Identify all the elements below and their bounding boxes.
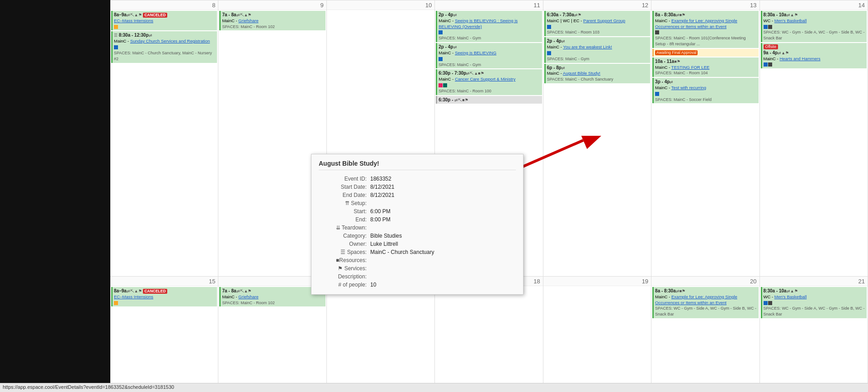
- day-col-16: 16 7a - 8a⇌⛏▲⚑ MainC - Griefshare SPACES…: [218, 277, 326, 383]
- event-offsite-14[interactable]: Offsite 9a - 4p⇌▲⚑ MainC - Hearts and Ha…: [761, 43, 867, 68]
- setup-value: [368, 199, 516, 207]
- day-number-12: 12: [543, 0, 651, 10]
- status-bar: https://app.espace.cool/EventDetails?eve…: [0, 383, 868, 392]
- event-popup: August Bible Study! Event ID: 1863352 St…: [311, 154, 524, 295]
- spaces-icon: ☰: [340, 249, 347, 255]
- event-cancer-care-11[interactable]: 6:30p - 7:30p⇌⛏▲■⚑ MainC - Cancer Care S…: [436, 69, 542, 95]
- day-col-20: 20 8a - 8:30a⇌■⚑ MainC - Example for Lee…: [651, 277, 760, 383]
- day-num-15: 15: [110, 277, 218, 286]
- day-col-19: 19: [543, 277, 651, 383]
- end-date-value: 8/12/2021: [368, 191, 516, 199]
- services-label: ⚑ Services:: [319, 264, 368, 272]
- teardown-label: ⇊ Teardown:: [319, 224, 368, 232]
- day-col-21: 21 8:30a - 10a⇌▲⚑ WC - Men's Basketball …: [760, 277, 868, 383]
- event-partial-top-11[interactable]: 6:30p - ⇌⛏■⚑: [436, 96, 542, 104]
- popup-details-table: Event ID: 1863352 Start Date: 8/12/2021 …: [319, 175, 516, 289]
- event-awaiting-approval-13[interactable]: Awaiting Final Approval: [652, 49, 758, 57]
- day-number-11: 11: [435, 0, 542, 10]
- event-griefshare-16[interactable]: 7a - 8a⇌⛏▲⚑ MainC - Griefshare SPACES: M…: [219, 287, 325, 306]
- day-number-9: 9: [218, 0, 326, 10]
- event-parent-support-12[interactable]: 6:30a - 7:30a⇌⚑ MainC | WC | EC - Parent…: [544, 11, 650, 36]
- event-mens-basketball-14[interactable]: 8:30a - 10a⇌▲⚑ WC - Men's Basketball SPA…: [761, 11, 867, 42]
- day-number-8: 8: [110, 0, 218, 10]
- event-seeing-believing-11a[interactable]: 2p - 4p⇌ MainC - Seeing is BELIEVING : S…: [436, 11, 542, 42]
- event-id-value: 1863352: [368, 175, 516, 183]
- services-icon: ⚑: [338, 265, 344, 272]
- event-august-bible-12[interactable]: 6p - 8p⇌ MainC - August Bible Study! SPA…: [544, 64, 650, 83]
- event-mens-basketball-21[interactable]: 8:30a - 10a⇌▲⚑ WC - Men's Basketball SPA…: [761, 287, 867, 318]
- status-url: https://app.espace.cool/EventDetails?eve…: [3, 384, 174, 390]
- event-testing-lee-13[interactable]: 10a - 11a■⚑ MainC - TESTING FOR LEE SPAC…: [652, 57, 758, 77]
- day-number-14: 14: [760, 0, 868, 10]
- day-col-15: 15 8a–9a⇌⛏▲⚑ CANCELED EC–Mass Intensions: [110, 277, 218, 383]
- start-time-label: Start:: [319, 207, 368, 215]
- event-mass-15[interactable]: 8a–9a⇌⛏▲⚑ CANCELED EC–Mass Intensions: [111, 287, 217, 306]
- end-time-label: End:: [319, 215, 368, 224]
- event-griefshare-9[interactable]: 7a - 8a⇌⛏▲⚑ MainC - Griefshare SPACES: M…: [219, 11, 325, 30]
- day-num-21: 21: [760, 277, 868, 286]
- category-value: Bible Studies: [368, 232, 516, 240]
- spaces-value: MainC - Church Sanctuary: [368, 248, 516, 256]
- services-value: [368, 264, 516, 272]
- event-mass-intensions-8[interactable]: 8a–9a⇌⛏▲⚑ CANCELED EC–Mass Intensions: [111, 11, 217, 30]
- black-sidebar: [0, 0, 110, 383]
- day-num-20: 20: [651, 277, 759, 286]
- people-label: # of people:: [319, 281, 368, 289]
- day-number-13: 13: [651, 0, 759, 10]
- category-label: Category:: [319, 232, 368, 240]
- description-label: Description:: [319, 272, 368, 281]
- day-num-16: 16: [218, 277, 326, 286]
- event-sunday-church-8[interactable]: ☰ 8:30a - 12:30p⇌ MainC - Sunday Church …: [111, 31, 217, 62]
- day-num-19: 19: [543, 277, 651, 286]
- start-time-value: 6:00 PM: [368, 207, 516, 215]
- start-date-label: Start Date:: [319, 183, 368, 191]
- resources-label: ■Resources:: [319, 256, 368, 264]
- teardown-value: [368, 224, 516, 232]
- event-test-recurring-13[interactable]: 3p - 4p⇌ MainC - Test with recurring SPA…: [652, 78, 758, 103]
- owner-value: Luke Littrell: [368, 240, 516, 248]
- resources-value: [368, 256, 516, 264]
- start-date-value: 8/12/2021: [368, 183, 516, 191]
- event-seeing-believing-11b[interactable]: 2p - 4p⇌ MainC - Seeing is BELIEVING SPA…: [436, 43, 542, 68]
- event-id-label: Event ID:: [319, 175, 368, 183]
- setup-label: ⇈ Setup:: [319, 199, 368, 207]
- owner-label: Owner:: [319, 240, 368, 248]
- end-time-value: 8:00 PM: [368, 215, 516, 224]
- spaces-label: ☰ Spaces:: [319, 248, 368, 256]
- end-date-label: End Date:: [319, 191, 368, 199]
- popup-title: August Bible Study!: [319, 160, 516, 170]
- event-example-lee-20[interactable]: 8a - 8:30a⇌■⚑ MainC - Example for Lee: A…: [652, 287, 758, 318]
- day-number-10: 10: [327, 0, 434, 10]
- event-example-lee-13[interactable]: 8a - 8:30a⇌■⚑ MainC - Example for Lee: A…: [652, 11, 758, 48]
- event-weakest-link-12[interactable]: 2p - 4p⇌ MainC - You are the weakest Lin…: [544, 37, 650, 62]
- description-value: [368, 272, 516, 281]
- people-value: 10: [368, 281, 516, 289]
